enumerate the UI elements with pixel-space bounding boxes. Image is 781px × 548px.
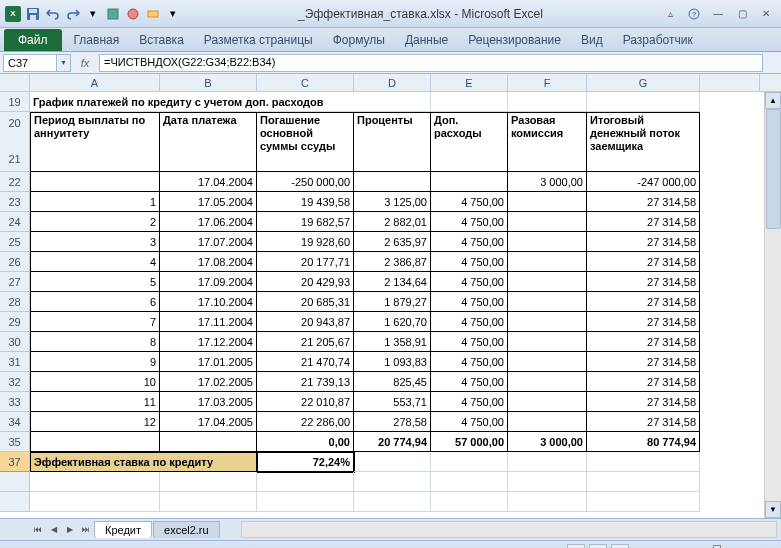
cell[interactable]	[508, 232, 587, 252]
result-label[interactable]: Эффективная ставка по кредиту	[30, 452, 257, 472]
cell[interactable]: 2 386,87	[354, 252, 431, 272]
minimize-icon[interactable]: —	[707, 6, 729, 22]
cell[interactable]: 27 314,58	[587, 352, 700, 372]
cell[interactable]: -247 000,00	[587, 172, 700, 192]
cell[interactable]: 27 314,58	[587, 332, 700, 352]
cell[interactable]: 4 750,00	[431, 332, 508, 352]
tab-developer[interactable]: Разработчик	[613, 29, 703, 51]
cell[interactable]: 27 314,58	[587, 192, 700, 212]
cell[interactable]: 27 314,58	[587, 412, 700, 432]
view-normal-icon[interactable]	[567, 544, 585, 549]
save-icon[interactable]	[24, 5, 42, 23]
cell[interactable]: 12	[30, 412, 160, 432]
scroll-thumb[interactable]	[766, 109, 781, 229]
cell[interactable]: 2 635,97	[354, 232, 431, 252]
sheet-tab-active[interactable]: Кредит	[94, 521, 152, 538]
cell[interactable]: 17.04.2004	[160, 172, 257, 192]
cell[interactable]	[508, 212, 587, 232]
cell[interactable]: 17.08.2004	[160, 252, 257, 272]
name-box-dropdown-icon[interactable]: ▼	[57, 54, 71, 72]
active-cell[interactable]: 72,24%	[257, 452, 354, 472]
cell[interactable]	[431, 92, 508, 112]
cell[interactable]	[160, 472, 257, 492]
row-header[interactable]: 32	[0, 372, 29, 392]
row-header[interactable]: 34	[0, 412, 29, 432]
row-header[interactable]: 24	[0, 212, 29, 232]
tab-insert[interactable]: Вставка	[129, 29, 194, 51]
view-page-break-icon[interactable]	[611, 544, 629, 549]
maximize-icon[interactable]: ▢	[731, 6, 753, 22]
qat-custom1-icon[interactable]	[104, 5, 122, 23]
col-header-B[interactable]: B	[160, 74, 257, 91]
cell[interactable]: 20 685,31	[257, 292, 354, 312]
cell[interactable]	[587, 92, 700, 112]
cell[interactable]: Проценты	[354, 112, 431, 172]
file-tab[interactable]: Файл	[4, 29, 62, 51]
cell[interactable]	[30, 172, 160, 192]
cell[interactable]: 4 750,00	[431, 312, 508, 332]
cell[interactable]	[508, 412, 587, 432]
cell[interactable]	[257, 472, 354, 492]
cell[interactable]: 20 774,94	[354, 432, 431, 452]
cell[interactable]: 1 358,91	[354, 332, 431, 352]
row-header[interactable]: 28	[0, 292, 29, 312]
col-header-blank[interactable]	[700, 74, 760, 91]
row-header[interactable]: 2021	[0, 112, 29, 172]
cell[interactable]: 17.05.2004	[160, 192, 257, 212]
cell[interactable]: 27 314,58	[587, 212, 700, 232]
col-header-G[interactable]: G	[587, 74, 700, 91]
cell[interactable]: 1 620,70	[354, 312, 431, 332]
cell[interactable]: 27 314,58	[587, 272, 700, 292]
cell[interactable]	[431, 172, 508, 192]
cell[interactable]	[508, 92, 587, 112]
cell[interactable]: 2 134,64	[354, 272, 431, 292]
cell[interactable]	[508, 352, 587, 372]
cell[interactable]: 27 314,58	[587, 392, 700, 412]
cell[interactable]: 3 000,00	[508, 432, 587, 452]
cell[interactable]: -250 000,00	[257, 172, 354, 192]
tab-data[interactable]: Данные	[395, 29, 458, 51]
row-header[interactable]	[0, 472, 29, 492]
row-header[interactable]: 30	[0, 332, 29, 352]
cell[interactable]: 278,58	[354, 412, 431, 432]
cell[interactable]: 2 882,01	[354, 212, 431, 232]
cell[interactable]	[257, 492, 354, 512]
qat-custom2-icon[interactable]	[124, 5, 142, 23]
cell[interactable]: 19 439,58	[257, 192, 354, 212]
cell[interactable]	[160, 432, 257, 452]
cell[interactable]	[508, 472, 587, 492]
cell[interactable]: 1	[30, 192, 160, 212]
row-header[interactable]: 29	[0, 312, 29, 332]
cell[interactable]: Период выплаты по аннуитету	[30, 112, 160, 172]
scroll-up-icon[interactable]: ▲	[765, 92, 781, 109]
horizontal-scrollbar[interactable]	[241, 521, 777, 538]
cell[interactable]: Дата платежа	[160, 112, 257, 172]
cell[interactable]: 9	[30, 352, 160, 372]
cell[interactable]: 22 286,00	[257, 412, 354, 432]
formula-input[interactable]: =ЧИСТВНДОХ(G22:G34;B22:B34)	[99, 54, 763, 72]
cell[interactable]	[30, 432, 160, 452]
cell[interactable]: 17.10.2004	[160, 292, 257, 312]
row-header[interactable]: 31	[0, 352, 29, 372]
view-page-layout-icon[interactable]	[589, 544, 607, 549]
col-header-C[interactable]: C	[257, 74, 354, 91]
cell[interactable]: 4 750,00	[431, 232, 508, 252]
cell[interactable]: 19 682,57	[257, 212, 354, 232]
cell[interactable]: 20 429,93	[257, 272, 354, 292]
cell[interactable]: 17.09.2004	[160, 272, 257, 292]
cell[interactable]: 3 000,00	[508, 172, 587, 192]
cell[interactable]: 17.06.2004	[160, 212, 257, 232]
cell[interactable]: 21 739,13	[257, 372, 354, 392]
cell[interactable]: 1 093,83	[354, 352, 431, 372]
cell[interactable]: 4 750,00	[431, 392, 508, 412]
cell[interactable]	[354, 452, 431, 472]
tab-home[interactable]: Главная	[64, 29, 130, 51]
cell[interactable]	[431, 452, 508, 472]
cell[interactable]: 11	[30, 392, 160, 412]
cell[interactable]	[587, 472, 700, 492]
row-header[interactable]: 19	[0, 92, 29, 112]
tab-page-layout[interactable]: Разметка страницы	[194, 29, 323, 51]
cell[interactable]: 27 314,58	[587, 312, 700, 332]
cell[interactable]: 22 010,87	[257, 392, 354, 412]
col-header-D[interactable]: D	[354, 74, 431, 91]
